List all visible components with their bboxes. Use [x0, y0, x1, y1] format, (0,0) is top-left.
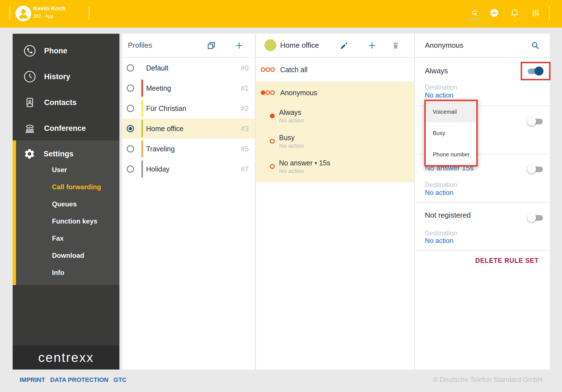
- sidebar-item-label: Settings: [44, 150, 74, 158]
- profiles-column: Profiles Default #0 Meeting #1 Für Chris…: [122, 34, 255, 370]
- footer-link-data-protection[interactable]: DATA PROTECTION: [50, 376, 108, 384]
- radio-button[interactable]: [127, 85, 134, 92]
- radio-button[interactable]: [127, 165, 134, 173]
- profile-number: #2: [241, 104, 249, 113]
- section-always: Always Destination No action: [415, 57, 550, 106]
- sidebar-item-label: Contacts: [44, 98, 77, 107]
- sidebar-item-history[interactable]: History: [13, 64, 119, 90]
- profile-color-bar: [141, 59, 143, 77]
- condition-label: No answer • 15s: [279, 159, 330, 167]
- condition-action: No action: [279, 167, 330, 175]
- dropdown-item-phone-number[interactable]: Phone number: [426, 144, 476, 165]
- duplicate-profile-icon[interactable]: [207, 41, 216, 50]
- do-not-disturb-icon[interactable]: [490, 8, 499, 18]
- section-label: Always: [425, 67, 448, 75]
- radio-button[interactable]: [127, 64, 134, 72]
- section-label: Not registered: [425, 211, 471, 220]
- call-forwarding-icon[interactable]: [470, 8, 479, 18]
- rule-set-catch-all[interactable]: Catch all: [256, 58, 414, 82]
- sidebar-subitem-download[interactable]: Download: [13, 247, 119, 264]
- sidebar-subitem-queues[interactable]: Queues: [13, 195, 119, 213]
- profile-color-bar: [141, 79, 143, 97]
- selected-profile-name: Home office: [280, 41, 319, 50]
- sidebar-item-settings[interactable]: Settings: [24, 148, 74, 160]
- detail-header: Anonymous: [415, 34, 550, 58]
- condition-busy[interactable]: Busy No action: [256, 129, 414, 154]
- profile-color-bar: [141, 160, 143, 178]
- profile-row-traveling[interactable]: Traveling #5: [122, 139, 255, 159]
- profile-row-fuer-christian[interactable]: Für Christian #2: [122, 98, 255, 118]
- section-not-registered: Not registered Destination No action: [415, 203, 550, 251]
- sidebar-item-label: History: [44, 72, 70, 81]
- settings-section: Settings User Call forwarding Queues Fun…: [13, 140, 119, 285]
- search-icon[interactable]: [531, 41, 540, 50]
- profile-row-holiday[interactable]: Holiday #7: [122, 159, 255, 179]
- copyright-text: © Deutsche Telefon Standard GmbH: [433, 376, 542, 384]
- sidebar-subitem-call-forwarding[interactable]: Call forwarding: [13, 178, 119, 195]
- sidebar-subitem-fax[interactable]: Fax: [13, 230, 119, 247]
- profile-row-meeting[interactable]: Meeting #1: [122, 78, 255, 98]
- toggle-knob: [527, 117, 536, 126]
- app-header: Kevin Koch 382 - App: [0, 0, 562, 28]
- edit-pencil-icon[interactable]: [340, 41, 349, 50]
- dropdown-item-busy[interactable]: Busy: [426, 122, 476, 144]
- delete-rule-set-button[interactable]: DELETE RULE SET: [475, 257, 539, 265]
- sidebar-subitem-function-keys[interactable]: Function keys: [13, 213, 119, 230]
- dropdown-item-voicemail[interactable]: Voicemail: [426, 101, 476, 122]
- detail-column: Anonymous Always Destination No action B…: [415, 34, 550, 370]
- destination-value-link[interactable]: No action: [425, 91, 453, 99]
- destination-value-link[interactable]: No action: [425, 189, 453, 197]
- destination-dropdown: Voicemail Busy Phone number: [424, 100, 478, 167]
- avatar[interactable]: [15, 6, 31, 21]
- radio-button[interactable]: [127, 105, 134, 112]
- profile-color-bar: [141, 120, 143, 137]
- profile-row-default[interactable]: Default #0: [122, 58, 255, 78]
- condition-always[interactable]: Always No action: [256, 103, 414, 129]
- contacts-card-icon: [24, 96, 36, 109]
- toggle-not-registered-off[interactable]: [528, 215, 543, 221]
- toggle-busy-off[interactable]: [528, 119, 543, 124]
- profile-color-dot: [264, 39, 276, 51]
- radio-button[interactable]: [127, 145, 134, 152]
- radio-button-selected[interactable]: [127, 125, 134, 132]
- active-indicator: [469, 19, 480, 20]
- sidebar-item-phone[interactable]: Phone: [13, 38, 119, 64]
- rules-header: Home office: [256, 34, 414, 58]
- rule-set-circles-icon: [261, 90, 275, 95]
- profile-number: #5: [241, 145, 249, 153]
- footer-link-gtc[interactable]: GTC: [114, 376, 126, 384]
- toggle-always-on[interactable]: [528, 69, 543, 74]
- profile-number: #0: [241, 64, 249, 72]
- add-profile-icon[interactable]: [235, 41, 244, 50]
- rule-set-anonymous[interactable]: Anonymous: [256, 82, 414, 103]
- sidebar-subitem-user[interactable]: User: [13, 161, 119, 178]
- destination-label: Destination: [425, 181, 457, 189]
- toggle-no-answer-off[interactable]: [528, 167, 543, 172]
- phone-icon: [24, 45, 36, 57]
- rule-set-circles-icon: [261, 67, 275, 72]
- brand-logo: centrexx: [38, 350, 94, 365]
- header-divider: [549, 6, 550, 20]
- profiles-header: Profiles: [122, 34, 255, 58]
- sidebar-item-contacts[interactable]: Contacts: [13, 90, 119, 115]
- condition-no-answer[interactable]: No answer • 15s No action: [256, 154, 414, 179]
- sidebar-subitem-info[interactable]: Info: [13, 264, 119, 281]
- destination-value-link[interactable]: No action: [425, 237, 453, 245]
- conference-icon: [24, 122, 36, 135]
- profile-row-home-office[interactable]: Home office #3: [122, 118, 255, 139]
- add-rule-set-icon[interactable]: [368, 41, 377, 50]
- rule-set-name: Catch all: [280, 66, 307, 74]
- footer-links: IMPRINT DATA PROTECTION GTC: [20, 376, 126, 384]
- sidebar-item-conference[interactable]: Conference: [13, 115, 119, 141]
- delete-trash-icon[interactable]: [391, 41, 400, 49]
- user-icon: [15, 6, 31, 21]
- notifications-bell-icon[interactable]: [510, 8, 520, 18]
- footer-link-imprint[interactable]: IMPRINT: [20, 376, 45, 384]
- destination-label: Destination: [425, 229, 457, 237]
- brand-logo-block: centrexx: [13, 345, 119, 370]
- profile-number: #3: [241, 125, 249, 133]
- header-divider: [10, 6, 10, 20]
- audio-settings-sliders-icon[interactable]: [531, 8, 540, 18]
- toggle-knob: [527, 165, 536, 174]
- sidebar-item-label: Conference: [44, 124, 86, 133]
